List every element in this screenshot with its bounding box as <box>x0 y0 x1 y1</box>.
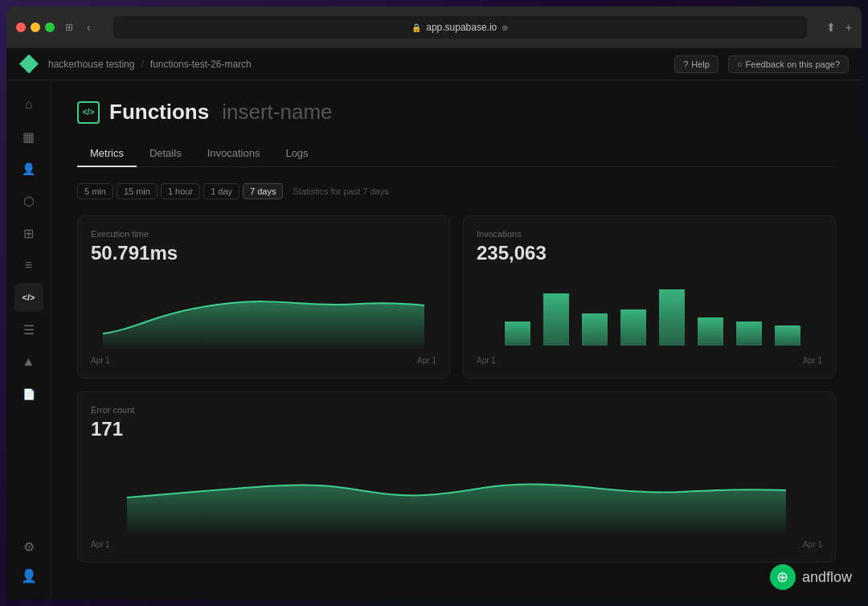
minimize-button[interactable] <box>31 23 40 32</box>
time-filter-description: Statistics for past 7 days <box>293 186 388 196</box>
sidebar: ⌂ ▦ 👤 ⬡ ⊞ ≡ </> ☰ ▲ <box>6 80 51 600</box>
profile-icon: 👤 <box>21 568 37 583</box>
watermark-text: andflow <box>802 569 852 586</box>
analytics-icon: ▲ <box>23 354 35 369</box>
sidebar-item-functions[interactable]: </> <box>14 283 43 312</box>
sidebar-bottom: ⚙ 👤 <box>14 532 43 590</box>
sidebar-item-settings[interactable]: ⚙ <box>14 532 43 561</box>
share-icon[interactable]: ⬆ <box>826 21 836 34</box>
invocations-value: 235,063 <box>477 242 822 264</box>
invocations-dates: Apr 1 Apr 1 <box>477 356 822 365</box>
sidebar-item-users[interactable]: 👤 <box>14 154 43 183</box>
close-button[interactable] <box>16 23 26 32</box>
url-text: app.supabase.io <box>426 22 497 33</box>
sidebar-item-profile[interactable]: 👤 <box>14 561 43 590</box>
sidebar-item-logs[interactable]: ☰ <box>14 315 43 344</box>
error-count-date-start: Apr 1 <box>91 540 110 549</box>
invocations-label: Invocations <box>477 229 822 239</box>
code-icon: </> <box>83 108 94 117</box>
error-count-label: Error count <box>91 405 822 415</box>
invocations-date-start: Apr 1 <box>477 356 496 365</box>
page-area: </> Functions insert-name Metrics Detail… <box>51 80 862 600</box>
svg-rect-7 <box>775 326 800 346</box>
sidebar-item-storage[interactable]: ⬡ <box>14 186 43 215</box>
docs-icon: 📄 <box>23 388 35 400</box>
main-content: ⌂ ▦ 👤 ⬡ ⊞ ≡ </> ☰ ▲ <box>6 80 862 600</box>
fullscreen-button[interactable] <box>45 23 55 32</box>
tab-metrics[interactable]: Metrics <box>77 141 137 167</box>
time-btn-1hour[interactable]: 1 hour <box>161 183 200 199</box>
logs-icon: ☰ <box>23 322 35 338</box>
traffic-lights <box>16 23 55 32</box>
table-icon: ▦ <box>23 129 35 145</box>
error-count-chart: Error count 171 Apr 1 Apr 1 <box>77 391 836 563</box>
extensions-icon: ⊞ <box>23 226 34 241</box>
sidebar-item-docs[interactable]: 📄 <box>14 379 43 408</box>
time-btn-15min[interactable]: 15 min <box>117 183 158 199</box>
svg-rect-3 <box>620 309 646 346</box>
time-btn-5min[interactable]: 5 min <box>77 183 113 199</box>
execution-time-date-end: Apr 1 <box>417 356 436 365</box>
tab-bar: Metrics Details Invocations Logs <box>77 141 836 167</box>
functions-icon: </> <box>23 293 35 302</box>
svg-rect-4 <box>659 289 685 346</box>
execution-time-date-start: Apr 1 <box>91 356 110 365</box>
address-bar[interactable]: 🔒 app.supabase.io ⊕ <box>113 16 807 39</box>
page-subtitle: insert-name <box>222 100 332 125</box>
tab-invocations[interactable]: Invocations <box>194 141 273 167</box>
wechat-icon: ⊕ <box>770 564 796 590</box>
storage-icon: ⬡ <box>23 194 35 209</box>
new-tab-icon[interactable]: + <box>845 21 852 34</box>
help-button[interactable]: ? Help <box>674 55 719 73</box>
sidebar-item-database[interactable]: ≡ <box>14 251 43 280</box>
app-wrapper: hackerhouse testing / functions-test-26-… <box>6 48 862 600</box>
settings-icon: ⚙ <box>23 539 35 555</box>
users-icon: 👤 <box>22 162 35 175</box>
home-icon: ⌂ <box>25 97 33 112</box>
sidebar-item-analytics[interactable]: ▲ <box>14 347 43 376</box>
tab-logs[interactable]: Logs <box>272 141 321 167</box>
sidebar-toggle-button[interactable]: ⊞ <box>61 19 77 35</box>
tab-details[interactable]: Details <box>137 141 194 167</box>
breadcrumb-project[interactable]: hackerhouse testing <box>48 59 134 70</box>
execution-time-chart: Execution time 50.791ms Apr 1 <box>77 215 450 379</box>
error-count-dates: Apr 1 Apr 1 <box>91 540 822 549</box>
time-btn-1day[interactable]: 1 day <box>203 183 240 199</box>
invocations-svg <box>477 277 822 350</box>
svg-rect-2 <box>582 313 608 346</box>
time-btn-7days[interactable]: 7 days <box>243 183 283 199</box>
page-title: Functions <box>109 100 209 125</box>
sidebar-item-extensions[interactable]: ⊞ <box>14 219 43 248</box>
external-icon: ⊕ <box>502 23 508 32</box>
error-count-date-end: Apr 1 <box>803 540 822 549</box>
svg-rect-0 <box>505 321 530 346</box>
sidebar-item-home[interactable]: ⌂ <box>14 90 43 119</box>
breadcrumb: hackerhouse testing / functions-test-26-… <box>48 59 252 70</box>
supabase-logo <box>19 55 39 74</box>
execution-time-label: Execution time <box>91 229 436 239</box>
breadcrumb-page[interactable]: functions-test-26-march <box>150 59 252 70</box>
error-count-value: 171 <box>91 418 822 440</box>
help-icon: ? <box>683 59 688 69</box>
sidebar-item-table[interactable]: ▦ <box>14 122 43 151</box>
execution-time-dates: Apr 1 Apr 1 <box>91 356 436 365</box>
lock-icon: 🔒 <box>411 23 421 32</box>
page-icon: </> <box>77 101 100 124</box>
time-filter-bar: 5 min 15 min 1 hour 1 day 7 days Statist… <box>77 183 836 199</box>
svg-rect-1 <box>543 293 569 346</box>
charts-grid: Execution time 50.791ms Apr 1 <box>77 215 836 379</box>
back-button[interactable]: ‹ <box>84 19 94 35</box>
feedback-button[interactable]: ○ Feedback on this page? <box>728 55 849 73</box>
browser-chrome: ⊞ ‹ 🔒 app.supabase.io ⊕ ⬆ + <box>6 6 862 48</box>
invocations-date-end: Apr 1 <box>803 356 822 365</box>
top-bar: hackerhouse testing / functions-test-26-… <box>6 48 862 80</box>
svg-rect-5 <box>698 317 723 346</box>
browser-actions: ⬆ + <box>826 21 852 34</box>
error-count-svg <box>91 453 822 534</box>
top-bar-right: ? Help ○ Feedback on this page? <box>674 55 849 73</box>
svg-rect-6 <box>736 321 762 346</box>
database-icon: ≡ <box>25 258 32 272</box>
feedback-icon: ○ <box>737 59 743 69</box>
breadcrumb-separator: / <box>141 59 143 70</box>
page-header: </> Functions insert-name <box>77 100 836 125</box>
